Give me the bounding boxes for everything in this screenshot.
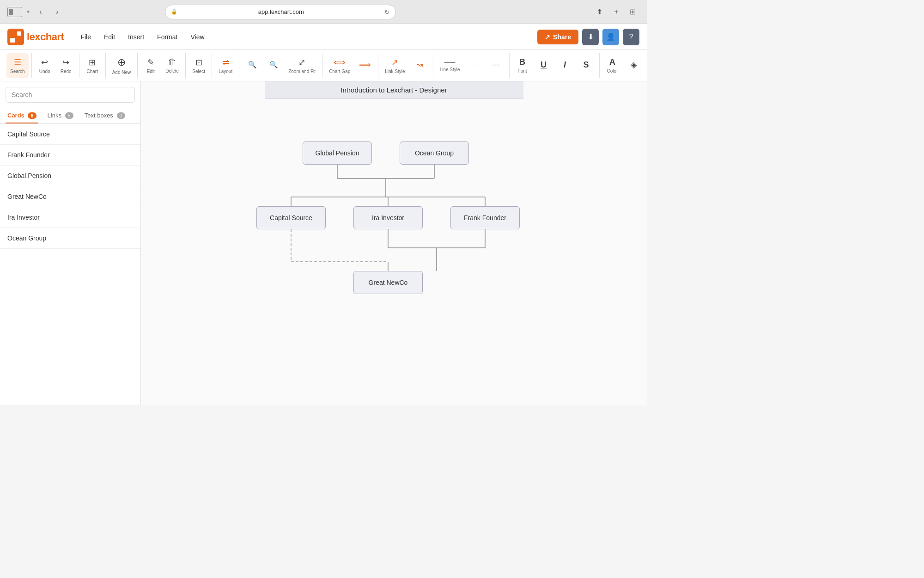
undo-btn[interactable]: ↩ Undo bbox=[35, 53, 55, 78]
zoom-in-btn[interactable]: 🔍 bbox=[242, 53, 262, 78]
menu-format[interactable]: Format bbox=[152, 31, 183, 43]
forward-btn[interactable]: › bbox=[51, 6, 64, 18]
browser-chrome: ▼ ‹ › 🔒 app.lexchart.com ↻ ⬆ ＋ ⊞ bbox=[0, 0, 647, 24]
toolbar-editdelete-group: ✎ Edit 🗑 Delete bbox=[138, 53, 186, 78]
logo[interactable]: lexchart bbox=[7, 29, 64, 45]
line-color-btn[interactable]: ✏ bbox=[645, 53, 647, 78]
linestyle2-btn[interactable]: - - - bbox=[465, 53, 485, 78]
list-item-global-pension[interactable]: Global Pension bbox=[0, 166, 140, 186]
italic-btn[interactable]: I bbox=[555, 53, 575, 78]
refresh-icon[interactable]: ↻ bbox=[384, 8, 390, 16]
bold-btn[interactable]: B Font bbox=[512, 53, 533, 78]
toolbar-zoom-group: 🔍 🔍 ⤢ Zoom and Fit bbox=[239, 53, 322, 78]
search-btn[interactable]: ☰ Search bbox=[6, 53, 29, 78]
linestyle3-btn[interactable]: ····· bbox=[486, 53, 506, 78]
toolbar-chart-group: ⊞ Chart bbox=[79, 53, 106, 78]
sidebar: Cards 6 Links 5 Text boxes 0 Capital Sou… bbox=[0, 81, 141, 405]
tab-links[interactable]: Links 5 bbox=[46, 108, 75, 123]
grid-btn[interactable]: ⊞ bbox=[626, 6, 639, 18]
chart-title-bar: Introduction to Lexchart - Designer bbox=[265, 81, 523, 99]
addnew-icon: ⊕ bbox=[117, 56, 126, 68]
node-ira-investor[interactable]: Ira Investor bbox=[353, 206, 423, 229]
url-bar[interactable]: 🔒 app.lexchart.com ↻ bbox=[165, 5, 396, 19]
menu-file[interactable]: File bbox=[75, 31, 97, 43]
addnew-btn[interactable]: ⊕ Add New bbox=[109, 53, 135, 78]
edit-icon: ✎ bbox=[147, 57, 154, 68]
linkstyle2-btn[interactable]: ↝ bbox=[410, 53, 430, 78]
strikethrough-btn[interactable]: S bbox=[576, 53, 596, 78]
redo-icon: ↪ bbox=[62, 57, 69, 68]
linkstyle1-btn[interactable]: ↗ Link Style bbox=[381, 53, 408, 78]
menu-edit[interactable]: Edit bbox=[98, 31, 121, 43]
layout-btn[interactable]: ⇌ Layout bbox=[215, 53, 236, 78]
delete-icon: 🗑 bbox=[168, 57, 176, 67]
url-text: app.lexchart.com bbox=[180, 8, 382, 15]
download-button[interactable]: ⬇ bbox=[582, 29, 599, 45]
tab-cards[interactable]: Cards 6 bbox=[6, 108, 38, 123]
sidebar-tabs: Cards 6 Links 5 Text boxes 0 bbox=[0, 108, 140, 124]
back-btn[interactable]: ‹ bbox=[34, 6, 47, 18]
bold-icon: B bbox=[519, 57, 525, 67]
zoom-out-icon: 🔍 bbox=[269, 61, 278, 69]
app: lexchart File Edit Insert Format View ↗ … bbox=[0, 24, 647, 405]
toolbar-font-group: B Font U I S bbox=[510, 53, 600, 78]
fit-icon: ⤢ bbox=[298, 57, 305, 68]
node-capital-source[interactable]: Capital Source bbox=[256, 206, 326, 229]
help-button[interactable]: ? bbox=[623, 29, 639, 45]
toolbar-linkstyle-group: ↗ Link Style ↝ bbox=[378, 53, 433, 78]
share-icon: ↗ bbox=[545, 33, 550, 41]
fit-btn[interactable]: ⤢ Zoom and Fit bbox=[285, 53, 319, 78]
logo-icon bbox=[7, 29, 24, 45]
user-button[interactable]: 👤 bbox=[602, 29, 619, 45]
chart-icon: ⊞ bbox=[89, 57, 96, 68]
list-item-ocean-group[interactable]: Ocean Group bbox=[0, 228, 140, 249]
new-tab-btn[interactable]: ＋ bbox=[610, 6, 623, 18]
linestyle3-icon: ····· bbox=[492, 61, 500, 68]
upload-btn[interactable]: ⬆ bbox=[593, 6, 606, 18]
redo-btn[interactable]: ↪ Redo bbox=[56, 53, 76, 78]
underline-btn[interactable]: U bbox=[534, 53, 554, 78]
select-btn[interactable]: ⊡ Select bbox=[188, 53, 209, 78]
sidebar-toggle-btn[interactable] bbox=[7, 7, 22, 17]
node-ocean-group[interactable]: Ocean Group bbox=[400, 141, 469, 165]
tab-textboxes[interactable]: Text boxes 0 bbox=[83, 108, 127, 123]
chart-connections bbox=[141, 105, 647, 405]
fill-color-btn[interactable]: ◈ bbox=[624, 53, 644, 78]
list-item-great-newco[interactable]: Great NewCo bbox=[0, 186, 140, 207]
chartgap2-btn[interactable]: ⟹ bbox=[355, 53, 375, 78]
toolbar-layout-group: ⇌ Layout bbox=[212, 53, 239, 78]
main-area: Cards 6 Links 5 Text boxes 0 Capital Sou… bbox=[0, 81, 647, 405]
edit-btn[interactable]: ✎ Edit bbox=[140, 53, 161, 78]
fill-color-icon: ◈ bbox=[631, 60, 637, 70]
node-global-pension[interactable]: Global Pension bbox=[303, 141, 372, 165]
undo-icon: ↩ bbox=[41, 57, 48, 68]
toolbar-chartgap-group: ⟺ Chart Gap ⟹ bbox=[322, 53, 378, 78]
select-icon: ⊡ bbox=[195, 57, 202, 68]
layout-icon: ⇌ bbox=[222, 57, 229, 68]
list-item-capital-source[interactable]: Capital Source bbox=[0, 124, 140, 145]
list-item-ira-investor[interactable]: Ira Investor bbox=[0, 207, 140, 228]
cards-badge: 6 bbox=[28, 112, 36, 119]
browser-controls: ▼ ‹ › bbox=[7, 6, 64, 18]
node-great-newco[interactable]: Great NewCo bbox=[353, 271, 423, 294]
share-button[interactable]: ↗ Share bbox=[537, 30, 578, 44]
chartgap1-btn[interactable]: ⟺ Chart Gap bbox=[325, 53, 354, 78]
chartgap2-icon: ⟹ bbox=[359, 60, 371, 70]
font-color-btn[interactable]: A Color bbox=[602, 53, 623, 78]
toolbar-linestyle-group: —— Line Style - - - ····· bbox=[433, 53, 510, 78]
node-frank-founder[interactable]: Frank Founder bbox=[450, 206, 520, 229]
linestyle2-icon: - - - bbox=[470, 61, 479, 68]
linestyle1-btn[interactable]: —— Line Style bbox=[436, 53, 464, 78]
canvas[interactable]: Introduction to Lexchart - Designer bbox=[141, 81, 647, 405]
italic-icon: I bbox=[564, 60, 566, 70]
strikethrough-icon: S bbox=[584, 60, 589, 70]
menu-insert[interactable]: Insert bbox=[122, 31, 150, 43]
chart-btn[interactable]: ⊞ Chart bbox=[82, 53, 103, 78]
toolbar-history-group: ↩ Undo ↪ Redo bbox=[32, 53, 79, 78]
menu-view[interactable]: View bbox=[185, 31, 210, 43]
list-item-frank-founder[interactable]: Frank Founder bbox=[0, 145, 140, 166]
delete-btn[interactable]: 🗑 Delete bbox=[162, 53, 182, 78]
zoom-out-btn[interactable]: 🔍 bbox=[263, 53, 284, 78]
search-input[interactable] bbox=[6, 87, 135, 103]
toolbar-search-group: ☰ Search bbox=[4, 53, 32, 78]
